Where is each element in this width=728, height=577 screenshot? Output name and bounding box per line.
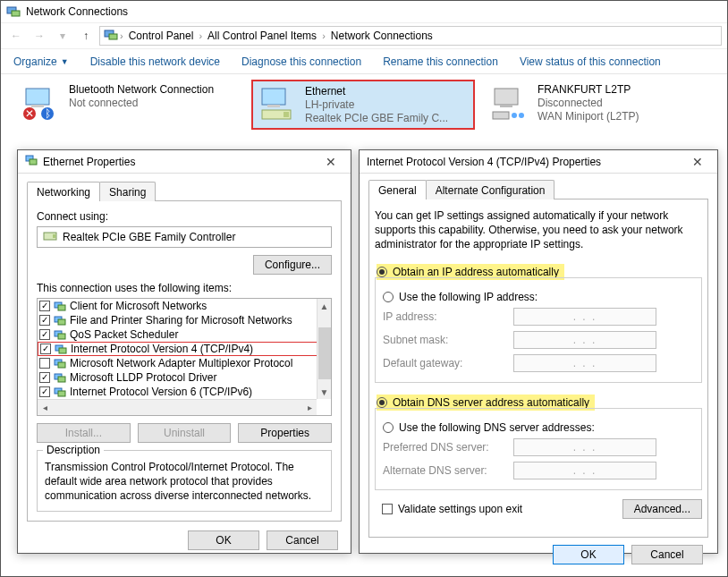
checkbox[interactable] xyxy=(39,358,50,369)
gateway-input: . . . xyxy=(513,354,656,372)
connection-item-ethernet[interactable]: Ethernet LH-private Realtek PCIe GBE Fam… xyxy=(251,80,475,130)
chevron-down-icon: ▼ xyxy=(61,57,69,66)
ip-address-input: . . . xyxy=(513,308,656,326)
dialog-title: Internet Protocol Version 4 (TCP/IPv4) P… xyxy=(367,156,601,168)
window-title: Network Connections xyxy=(26,5,128,18)
nav-recent-button[interactable]: ▾ xyxy=(53,26,72,46)
command-bar: Organize ▼ Disable this network device D… xyxy=(1,49,727,74)
alt-dns-input: . . . xyxy=(513,462,656,479)
scroll-down-icon[interactable]: ▼ xyxy=(320,385,329,399)
dns-group: Use the following DNS server addresses: … xyxy=(375,408,702,490)
organize-menu[interactable]: Organize ▼ xyxy=(13,55,69,68)
tab-networking[interactable]: Networking xyxy=(27,182,100,201)
organize-label: Organize xyxy=(13,55,57,68)
connection-name: FRANKFURT L2TP xyxy=(538,83,639,97)
checkbox[interactable]: ✓ xyxy=(39,372,50,383)
checkbox[interactable]: ✓ xyxy=(40,344,51,354)
rename-link[interactable]: Rename this connection xyxy=(383,55,498,68)
svg-rect-16 xyxy=(493,112,509,119)
nav-forward-button[interactable]: → xyxy=(30,26,49,46)
advanced-button[interactable]: Advanced... xyxy=(622,499,702,519)
scroll-left-icon[interactable]: ◂ xyxy=(38,403,52,412)
component-item[interactable]: ✓Internet Protocol Version 4 (TCP/IPv4) xyxy=(38,342,331,356)
breadcrumb-seg[interactable]: Network Connections xyxy=(327,30,436,42)
nic-icon xyxy=(43,230,57,245)
nav-up-button[interactable]: ↑ xyxy=(76,26,96,46)
component-label: Internet Protocol Version 6 (TCP/IPv6) xyxy=(70,386,252,398)
breadcrumb-seg[interactable]: Control Panel xyxy=(125,30,198,42)
ok-button[interactable]: OK xyxy=(188,530,259,550)
ok-button[interactable]: OK xyxy=(553,545,624,564)
scrollbar-horizontal[interactable]: ◂▸ xyxy=(38,399,317,415)
titlebar: Network Connections xyxy=(1,1,727,22)
configure-button[interactable]: Configure... xyxy=(253,255,332,275)
install-button[interactable]: Install... xyxy=(37,423,131,443)
tabs: General Alternate Configuration xyxy=(368,179,708,199)
connection-item-bluetooth[interactable]: ✕ᛒ Bluetooth Network Connection Not conn… xyxy=(17,80,241,130)
connection-name: Ethernet xyxy=(305,85,448,98)
cancel-button[interactable]: Cancel xyxy=(631,545,703,564)
component-label: QoS Packet Scheduler xyxy=(70,328,178,341)
svg-rect-11 xyxy=(267,105,280,107)
connect-using-label: Connect using: xyxy=(37,210,332,223)
svg-point-17 xyxy=(512,113,517,118)
checkbox[interactable]: ✓ xyxy=(39,315,50,326)
svg-rect-32 xyxy=(58,362,65,368)
connection-status: LH-private xyxy=(305,98,448,112)
component-icon xyxy=(54,386,66,397)
scroll-right-icon[interactable]: ▸ xyxy=(302,403,317,412)
close-button[interactable]: ✕ xyxy=(318,155,343,169)
radio-label: Obtain an IP address automatically xyxy=(393,266,559,278)
component-item[interactable]: ✓File and Printer Sharing for Microsoft … xyxy=(38,313,331,327)
description-text: Transmission Control Protocol/Internet P… xyxy=(45,460,324,504)
component-item[interactable]: ✓QoS Packet Scheduler xyxy=(38,327,331,342)
svg-rect-1 xyxy=(12,11,20,16)
explorer-window: Network Connections ← → ▾ ↑ › Control Pa… xyxy=(1,1,727,144)
checkbox[interactable]: ✓ xyxy=(39,301,50,311)
diagnose-link[interactable]: Diagnose this connection xyxy=(241,55,361,68)
gateway-label: Default gateway: xyxy=(383,357,506,369)
component-item[interactable]: Microsoft Network Adapter Multiplexor Pr… xyxy=(38,356,331,370)
connection-item-frankfurt[interactable]: FRANKFURT L2TP Disconnected WAN Miniport… xyxy=(486,80,709,130)
checkbox[interactable]: ✓ xyxy=(39,386,50,397)
chevron-right-icon: › xyxy=(199,30,202,41)
breadcrumb[interactable]: › Control Panel › All Control Panel Item… xyxy=(99,26,722,46)
tab-page-networking: Connect using: Realtek PCIe GBE Family C… xyxy=(27,201,342,522)
ip-address-label: IP address: xyxy=(383,310,506,323)
subnet-label: Subnet mask: xyxy=(383,334,506,346)
component-item[interactable]: ✓Internet Protocol Version 6 (TCP/IPv6) xyxy=(38,385,331,399)
validate-checkbox[interactable]: Validate settings upon exit xyxy=(382,503,522,515)
subnet-input: . . . xyxy=(513,331,656,349)
connection-name: Bluetooth Network Connection xyxy=(69,83,214,97)
svg-rect-24 xyxy=(58,305,65,310)
properties-button[interactable]: Properties xyxy=(238,423,332,443)
cancel-button[interactable]: Cancel xyxy=(267,530,338,550)
svg-rect-3 xyxy=(109,34,117,39)
tab-general[interactable]: General xyxy=(368,180,427,199)
scroll-thumb[interactable] xyxy=(318,327,331,379)
breadcrumb-seg[interactable]: All Control Panel Items xyxy=(204,30,320,42)
component-label: Client for Microsoft Networks xyxy=(70,300,207,312)
chevron-right-icon: › xyxy=(120,30,123,41)
svg-rect-13 xyxy=(284,112,289,117)
connections-list: ✕ᛒ Bluetooth Network Connection Not conn… xyxy=(1,74,727,135)
nav-back-button[interactable]: ← xyxy=(6,26,26,46)
tab-sharing[interactable]: Sharing xyxy=(99,182,156,201)
uninstall-button[interactable]: Uninstall xyxy=(138,423,232,443)
description-title: Description xyxy=(43,444,104,456)
radio-use-following-ip[interactable]: Use the following IP address: xyxy=(383,289,694,305)
ipv4-properties-dialog: Internet Protocol Version 4 (TCP/IPv4) P… xyxy=(359,149,718,554)
svg-rect-26 xyxy=(58,319,65,325)
view-status-link[interactable]: View status of this connection xyxy=(520,55,661,68)
component-item[interactable]: ✓Client for Microsoft Networks xyxy=(38,299,331,313)
scrollbar-vertical[interactable]: ▲▼ xyxy=(317,299,331,399)
checkbox[interactable]: ✓ xyxy=(39,329,50,340)
scroll-up-icon[interactable]: ▲ xyxy=(320,299,329,313)
tab-alternate-configuration[interactable]: Alternate Configuration xyxy=(426,180,555,199)
svg-rect-22 xyxy=(53,234,55,238)
radio-use-following-dns[interactable]: Use the following DNS server addresses: xyxy=(383,420,694,436)
components-listbox[interactable]: ✓Client for Microsoft Networks✓File and … xyxy=(37,298,332,416)
close-button[interactable]: ✕ xyxy=(685,155,710,169)
component-item[interactable]: ✓Microsoft LLDP Protocol Driver xyxy=(38,370,331,385)
disable-device-link[interactable]: Disable this network device xyxy=(90,55,220,68)
